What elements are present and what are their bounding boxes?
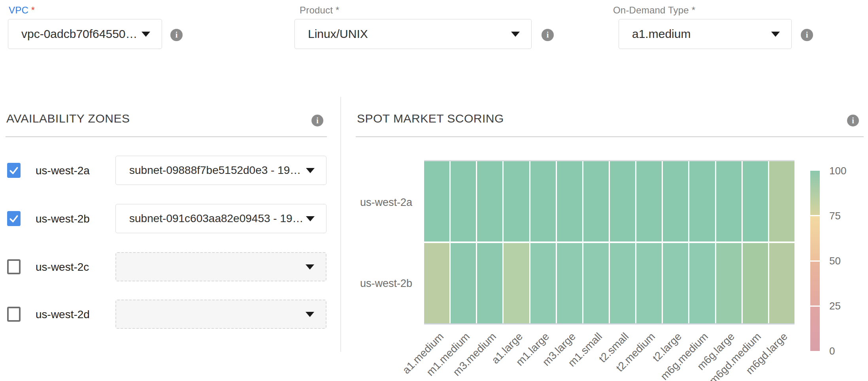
- vpc-select-value: vpc-0adcb70f645508223 (EKS-VPC): [8, 27, 142, 41]
- heatmap-cell-us-west-2a-a1.large[interactable]: [504, 161, 529, 241]
- zone-checkbox-us-west-2c[interactable]: [7, 259, 21, 274]
- section-vertical-divider: [340, 97, 341, 352]
- chevron-down-icon: [306, 168, 315, 173]
- on-demand-type-select-value: a1.medium: [619, 27, 771, 41]
- heatmap-cell-us-west-2b-m1.small[interactable]: [583, 243, 609, 323]
- availability-zones-divider: [6, 136, 327, 137]
- info-glyph: i: [175, 30, 178, 40]
- on-demand-type-label-text: On-Demand Type: [613, 5, 689, 15]
- heatmap-cell-us-west-2b-m3.medium[interactable]: [477, 243, 502, 323]
- colorbar-tick-label: 100: [829, 165, 846, 177]
- chevron-down-icon: [306, 216, 315, 221]
- heatmap-cell-us-west-2a-m1.medium[interactable]: [451, 161, 476, 241]
- heatmap-cell-us-west-2b-t2.large[interactable]: [663, 243, 688, 323]
- info-glyph: i: [547, 30, 549, 40]
- vpc-required-asterisk: *: [31, 5, 35, 15]
- heatmap-cell-us-west-2a-m3.medium[interactable]: [477, 161, 502, 241]
- heatmap-cell-us-west-2b-m1.medium[interactable]: [451, 243, 476, 323]
- on-demand-type-select[interactable]: a1.medium: [619, 19, 792, 49]
- zone-checkbox-us-west-2b[interactable]: [7, 211, 21, 226]
- chevron-down-icon: [511, 32, 520, 37]
- checkmark-icon: [9, 213, 19, 224]
- vpc-label: VPC *: [9, 5, 35, 16]
- availability-zones-info-icon[interactable]: i: [311, 115, 323, 126]
- colorbar-tick-label: 0: [829, 345, 835, 357]
- heatmap-cell-us-west-2b-m1.large[interactable]: [530, 243, 556, 323]
- product-info-icon[interactable]: i: [542, 29, 554, 41]
- subnet-select-us-west-2b[interactable]: subnet-091c603aa82e09453 - 192.168…: [115, 204, 326, 233]
- spot-market-scoring-info-icon[interactable]: i: [847, 115, 859, 126]
- heatmap-cell-us-west-2a-m1.small[interactable]: [583, 161, 609, 241]
- on-demand-type-info-icon[interactable]: i: [801, 29, 813, 41]
- heatmap-cell-us-west-2a-a1.medium[interactable]: [424, 161, 449, 241]
- heatmap-cell-us-west-2b-a1.medium[interactable]: [424, 243, 449, 323]
- zone-checkbox-us-west-2d[interactable]: [7, 307, 21, 322]
- heatmap-cell-us-west-2a-m6g.medium[interactable]: [689, 161, 715, 241]
- info-glyph: i: [806, 30, 808, 40]
- product-label-text: Product: [300, 5, 333, 15]
- colorbar-segment: [810, 171, 820, 215]
- chevron-down-icon: [306, 312, 314, 317]
- zone-label: us-west-2c: [36, 261, 89, 273]
- on-demand-type-label: On-Demand Type *: [613, 5, 695, 16]
- heatmap-cell-us-west-2b-a1.large[interactable]: [504, 243, 529, 323]
- vpc-select[interactable]: vpc-0adcb70f645508223 (EKS-VPC): [8, 19, 162, 49]
- colorbar-tick-label: 75: [829, 210, 841, 222]
- on-demand-type-required-asterisk: *: [692, 5, 696, 15]
- heatmap-cell-us-west-2b-m6gd.medium[interactable]: [743, 243, 768, 323]
- heatmap-cell-us-west-2a-m1.large[interactable]: [530, 161, 556, 241]
- subnet-select-value: subnet-09888f7be5152d0e3 - 192.168…: [116, 164, 306, 177]
- heatmap-cell-us-west-2b-t2.medium[interactable]: [636, 243, 662, 323]
- heatmap-cell-us-west-2b-m3.large[interactable]: [557, 243, 582, 323]
- heatmap-cell-us-west-2a-m6gd.large[interactable]: [769, 161, 794, 241]
- heatmap-cell-us-west-2a-t2.small[interactable]: [610, 161, 635, 241]
- info-glyph: i: [852, 116, 854, 125]
- product-label: Product *: [300, 5, 340, 16]
- heatmap-colorbar: [810, 171, 820, 351]
- subnet-select-us-west-2c[interactable]: [115, 252, 326, 281]
- chevron-down-icon: [306, 264, 314, 270]
- heatmap-cell-us-west-2a-m3.large[interactable]: [557, 161, 582, 241]
- product-select-value: Linux/UNIX: [295, 27, 511, 41]
- spot-market-scoring-divider: [356, 136, 864, 137]
- colorbar-segment: [810, 307, 820, 351]
- heatmap-cell-us-west-2b-t2.small[interactable]: [610, 243, 635, 323]
- chevron-down-icon: [771, 32, 780, 37]
- heatmap-cell-us-west-2b-m6gd.large[interactable]: [769, 243, 794, 323]
- zone-label: us-west-2b: [36, 213, 90, 225]
- heatmap-cell-us-west-2b-m6g.medium[interactable]: [689, 243, 715, 323]
- colorbar-segment: [810, 262, 820, 306]
- zone-label: us-west-2d: [36, 308, 90, 321]
- heatmap-cell-us-west-2a-t2.large[interactable]: [663, 161, 688, 241]
- vpc-label-text: VPC: [9, 5, 28, 15]
- zone-checkbox-us-west-2a[interactable]: [7, 163, 21, 178]
- availability-zones-title: AVAILABILITY ZONES: [6, 112, 130, 125]
- product-required-asterisk: *: [336, 5, 340, 15]
- colorbar-tick-label: 25: [829, 300, 841, 312]
- heatmap-grid: [424, 160, 794, 324]
- subnet-select-us-west-2a[interactable]: subnet-09888f7be5152d0e3 - 192.168…: [115, 156, 326, 185]
- spot-market-scoring-title: SPOT MARKET SCORING: [357, 112, 504, 125]
- heatmap-y-label: us-west-2b: [340, 277, 412, 290]
- chevron-down-icon: [142, 32, 150, 37]
- vpc-info-icon[interactable]: i: [170, 29, 183, 41]
- colorbar-tick-label: 50: [829, 255, 841, 267]
- heatmap-cell-us-west-2a-m6gd.medium[interactable]: [743, 161, 768, 241]
- heatmap-cell-us-west-2b-m6g.large[interactable]: [716, 243, 742, 323]
- heatmap-y-label: us-west-2a: [340, 196, 412, 209]
- product-select[interactable]: Linux/UNIX: [294, 19, 532, 49]
- zone-label: us-west-2a: [36, 164, 90, 177]
- info-glyph: i: [316, 116, 319, 125]
- heatmap-cell-us-west-2a-m6g.large[interactable]: [716, 161, 742, 241]
- colorbar-segment: [810, 216, 820, 260]
- checkmark-icon: [9, 165, 19, 175]
- heatmap-cell-us-west-2a-t2.medium[interactable]: [636, 161, 662, 241]
- subnet-select-value: subnet-091c603aa82e09453 - 192.168…: [116, 212, 306, 225]
- subnet-select-us-west-2d[interactable]: [115, 300, 326, 329]
